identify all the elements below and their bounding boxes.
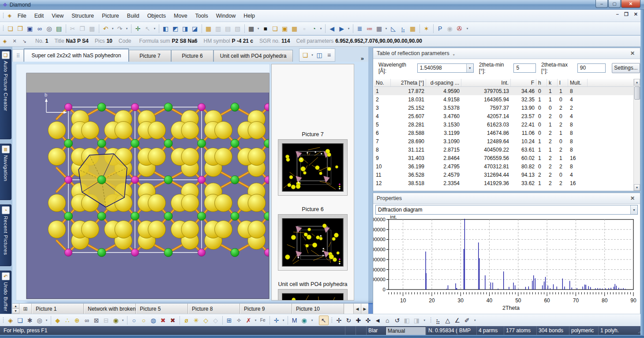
new-file-icon[interactable]: ❏ (6, 24, 15, 33)
auto-creator-toggle-icon[interactable]: ◈ (1, 37, 9, 45)
picture-locked-icon[interactable]: ▫ (300, 24, 309, 33)
picture-active-icon[interactable]: ■ (261, 24, 270, 33)
new-picture-icon[interactable]: ❏ (300, 50, 310, 60)
na-atom[interactable] (48, 221, 66, 238)
next-picture-dropdown-icon[interactable]: ▾ (347, 24, 351, 33)
save-icon[interactable]: ▣ (25, 24, 35, 33)
na-atom[interactable] (115, 122, 132, 139)
p-atom[interactable] (231, 103, 239, 111)
p-atom[interactable] (64, 139, 73, 148)
na-atom[interactable] (248, 194, 266, 212)
s-atom[interactable] (198, 249, 206, 256)
tracking-2-icon[interactable]: ◨ (412, 316, 421, 325)
split-view-icon[interactable]: ◪ (190, 24, 200, 33)
na-atom[interactable] (181, 148, 199, 166)
powder-diagram-icon[interactable]: ⣦ (398, 24, 408, 33)
p-atom[interactable] (231, 139, 239, 148)
na-atom[interactable] (115, 221, 132, 238)
pack-translate-dropdown-icon[interactable]: ▾ (281, 316, 286, 325)
p-atom[interactable] (231, 176, 239, 184)
tile-pictures-icon[interactable]: ◫ (315, 50, 324, 60)
na-atom[interactable] (48, 194, 66, 212)
table-row[interactable]: 831.1212.8715404509.2263.611128 (374, 145, 633, 154)
column-header[interactable]: No. (374, 79, 391, 86)
sidebar-picture-thumb[interactable] (278, 214, 348, 271)
globe-icon[interactable]: ◉ (300, 316, 309, 325)
cell-edges-blue-icon[interactable]: ○ (129, 316, 139, 325)
na-atom[interactable] (181, 194, 199, 212)
p-atom[interactable] (231, 212, 239, 220)
copy-icon[interactable]: ❐ (78, 24, 87, 33)
top-view-icon[interactable]: ⌂ (382, 316, 392, 325)
pan-mode-icon[interactable]: ✛ (133, 24, 143, 33)
previous-picture-icon[interactable]: ◀ (327, 24, 337, 33)
coordination-dropdown-icon[interactable]: ▾ (121, 316, 125, 325)
p-atom[interactable] (64, 212, 73, 220)
na-atom[interactable] (248, 122, 266, 139)
coordination-icon[interactable]: ◉ (111, 316, 121, 325)
na-atom[interactable] (48, 122, 66, 139)
tabs-scroll-right-icon[interactable]: ▶ (361, 304, 368, 314)
properties-title-bar[interactable]: Properties ✕ (373, 193, 640, 204)
cell-axes-icon[interactable]: ✧ (234, 316, 244, 325)
table-row[interactable]: 728.6903.109012489.6410.241208 (374, 137, 633, 145)
table-row[interactable]: 425.6073.476042057.1423.570204 (374, 112, 633, 120)
video-record-icon[interactable]: ✇ (455, 24, 464, 33)
select-mode-dropdown-icon[interactable]: ▾ (153, 24, 157, 33)
add-atom-group-icon[interactable]: ∴ (63, 316, 72, 325)
wizard-icon[interactable]: ✶ (422, 24, 431, 33)
picture-creator-icon[interactable]: ◈ (6, 316, 15, 325)
menu-objects[interactable]: Objects (143, 11, 170, 20)
table-row[interactable]: 1036.1992.4795470312.8180.820228 (374, 162, 633, 171)
pointer-mode-icon[interactable]: ↖ (319, 316, 329, 325)
print-preview-icon[interactable]: ◎ (45, 24, 54, 33)
picture-history-dropdown-icon[interactable]: ▾ (319, 24, 323, 33)
toolbar-overflow-icon[interactable]: ▾ (472, 316, 478, 325)
na-atom[interactable] (215, 148, 232, 166)
angle-diagram-icon[interactable]: ◺ (389, 24, 398, 33)
paste-icon[interactable]: ▩ (87, 24, 97, 33)
combo-arrow-icon[interactable]: ▼ (466, 64, 473, 72)
rotate-mode-icon[interactable]: ↻ (344, 316, 353, 325)
s-atom[interactable] (131, 104, 139, 111)
na-atom[interactable] (148, 122, 166, 139)
p-atom[interactable] (97, 249, 106, 257)
s-atom[interactable] (65, 249, 72, 256)
element-fe-icon[interactable]: Fe (258, 316, 268, 325)
sidebar-picture-thumb[interactable] (278, 289, 348, 301)
delete-objects-icon[interactable]: ✗ (244, 316, 254, 325)
viewing-direction-icon[interactable]: ◄ (373, 316, 382, 325)
picture-tab-picture-8[interactable]: Picture 8 (188, 304, 240, 314)
thumbnail-image[interactable] (282, 143, 344, 192)
picture-tab-picture-5[interactable]: Picture 5 (136, 304, 188, 314)
angles-sheet-icon[interactable]: ▤ (223, 24, 233, 33)
na-atom[interactable] (82, 221, 99, 238)
panel-pin-icon[interactable]: ▾ (453, 53, 455, 57)
maximize-button[interactable]: ▢ (608, 0, 621, 8)
menu-edit[interactable]: Edit (30, 11, 48, 20)
reflection-table-icon[interactable]: ▦ (408, 24, 418, 33)
select-mode-icon[interactable]: ↖ (143, 24, 153, 33)
picture-report-icon[interactable]: ❏ (15, 316, 25, 325)
broken-off-icon[interactable]: ⊟ (101, 316, 111, 325)
tabs-scroll-left-icon[interactable]: ◀ (353, 304, 361, 314)
column-header[interactable]: h (536, 79, 547, 86)
navigation-pane-icon[interactable]: ◧ (161, 24, 171, 33)
arrange-pictures-icon[interactable]: ≡ (324, 50, 334, 60)
toolbar-overflow-icon[interactable]: ▾ (421, 316, 427, 325)
toolbar-overflow-icon[interactable]: ▾ (464, 24, 471, 33)
find-icon[interactable]: ∞ (35, 24, 45, 33)
diffraction-chart[interactable]: 0100000200000300000400000500000600000700… (373, 215, 640, 314)
p-atom[interactable] (131, 139, 139, 148)
p-atom[interactable] (231, 249, 239, 257)
s-atom[interactable] (131, 249, 139, 256)
redo-icon[interactable]: ↷ (115, 24, 125, 33)
unit-cell-box-icon[interactable]: ⊞ (225, 316, 234, 325)
polygon-gray-icon[interactable]: ◇ (211, 316, 221, 325)
na-atom[interactable] (215, 221, 232, 238)
data-sheet-icon[interactable]: ▦ (204, 24, 213, 33)
cell-edges-yellow-icon[interactable]: ○ (139, 316, 149, 325)
table-mode-icon[interactable]: ▦ (247, 24, 256, 33)
column-header[interactable]: 2Theta [°] (391, 79, 426, 86)
reflection-panel-title-bar[interactable]: Table of reflection parameters ▾ ✕ (373, 48, 640, 59)
